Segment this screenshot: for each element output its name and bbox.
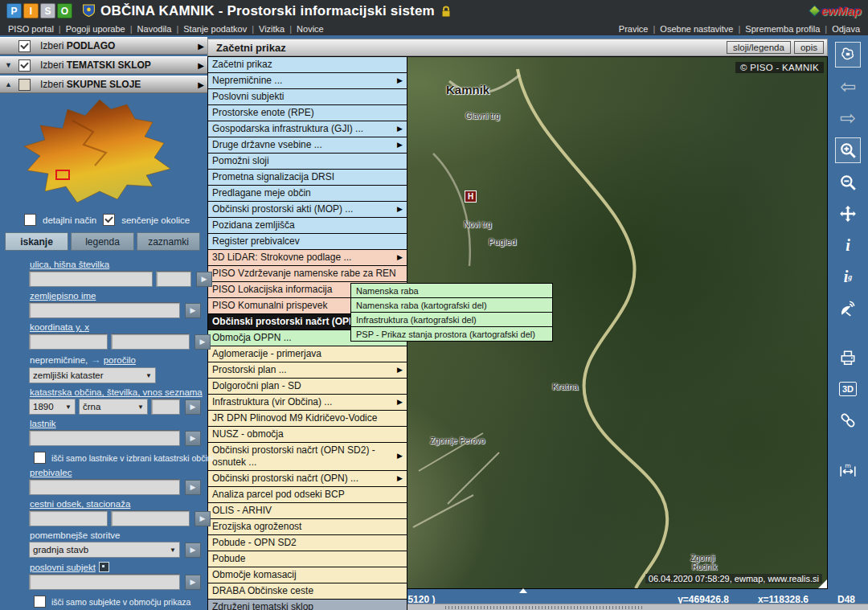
menu-item[interactable]: Poslovni subjekti [208,89,407,105]
menu-item[interactable]: 3D LiDAR: Strokovne podlage ...▶ [208,250,407,266]
menu-item[interactable]: Dolgoročni plan - SD [208,379,407,395]
gps-icon[interactable] [836,296,860,320]
nav-link[interactable]: Vizitka [259,24,285,34]
house-number-input[interactable] [156,271,191,287]
nav-link[interactable]: Sprememba profila [745,24,820,34]
menu-item[interactable]: Predlagane meje občin [208,186,407,202]
map-resize-corner[interactable] [818,579,827,588]
measure-icon[interactable]: m [836,458,860,482]
menu-item[interactable]: Občinski prostorski načrt (OPN SD2) - os… [208,443,407,471]
owner-search-button[interactable]: ▶ [185,431,201,446]
history-back-icon[interactable]: ⇦ [836,75,860,99]
menu-item[interactable]: OLIS - ARHIV [208,503,407,519]
nav-link[interactable]: Odjava [832,24,860,34]
menu-item[interactable]: Območje komasacij [208,567,407,583]
zoom-out-icon[interactable] [836,170,860,194]
menu-item[interactable]: Druge državne vsebine ...▶ [208,137,407,154]
menu-item[interactable]: Prostorske enote (RPE) [208,105,407,121]
cadastral-number-select[interactable]: 1890 ▼ [29,399,76,415]
menu-item[interactable]: Pobude [208,551,407,567]
municipality-overview-icon[interactable] [835,42,861,68]
nav-link[interactable]: Pogoji uporabe [66,24,125,34]
services-search-button[interactable]: ▶ [185,542,201,558]
sidebar-section-skupne-sloje[interactable]: ▲Izberi SKUPNE SLOJE▶ [0,76,207,93]
collapse-down-icon[interactable]: ▼ [3,61,14,69]
street-search-button[interactable]: ▶ [196,272,212,287]
menu-item[interactable]: Infrastruktura (vir Občina) ...▶ [208,395,407,411]
road-search-button[interactable]: ▶ [194,511,211,526]
placename-input[interactable] [29,302,180,318]
history-forward-icon[interactable]: ⇨ [836,106,860,130]
cadastral-name-select[interactable]: črna ▼ [79,399,148,415]
zoom-in-icon[interactable] [835,137,861,163]
sidebar-section-tematski-sklop[interactable]: ▼Izberi TEMATSKI SKLOP▶ [0,56,207,74]
menu-item[interactable]: JR DPN Plinovod M9 Kidričevo-Vodice [208,411,407,427]
menu-item[interactable]: Občinski prostorski načrt (OPN) ...▶ [208,471,407,487]
submenu-item[interactable]: Namenska raba (kartografski del) [351,298,552,313]
menu-item[interactable]: Združeni tematski sklop [208,600,407,610]
expand-arrow-icon[interactable]: ▶ [198,80,204,89]
menu-item[interactable]: NUSZ - območja [208,427,407,443]
resident-search-button[interactable]: ▶ [185,480,201,495]
submenu-item[interactable]: Namenska raba [351,284,552,298]
menu-item[interactable]: Začetni prikaz [208,57,407,73]
permalink-icon[interactable] [836,408,860,432]
coordinate-y-input[interactable] [29,334,108,350]
section-checkbox[interactable] [18,40,31,52]
tab-legenda[interactable]: legenda [71,232,134,251]
info-icon[interactable]: i [836,233,860,257]
group-info-icon[interactable]: ig [836,264,860,289]
owner-input[interactable] [29,430,180,446]
business-info-icon[interactable] [99,562,109,572]
menu-item[interactable]: Občinski prostorski akti (MOP) ...▶ [208,202,407,218]
parcel-number-input[interactable] [151,399,180,415]
menu-item[interactable]: Prostorski plan ...▶ [208,362,407,379]
submenu-item[interactable]: PSP - Prikaz stanja prostora (kartografs… [351,327,552,342]
cadastre-type-select[interactable]: zemljiški kataster ▼ [29,367,156,383]
menu-item[interactable]: Erozijska ogroženost [208,519,407,535]
view-3d-icon[interactable]: 3D [836,377,860,401]
menu-item[interactable]: Pobude - OPN SD2 [208,535,407,551]
sidebar-section-podlago[interactable]: Izberi PODLAGO▶ [0,37,207,55]
pan-icon[interactable] [836,202,860,226]
menu-item[interactable]: Analiza parcel pod odseki BCP [208,487,407,503]
business-filter-checkbox[interactable] [34,596,46,608]
municipality-3d-overview[interactable] [0,96,207,211]
business-input[interactable] [29,574,180,590]
expand-arrow-icon[interactable]: ▶ [198,61,204,70]
parcel-search-button[interactable]: ▶ [185,399,201,415]
tab-iskanje[interactable]: iskanje [5,232,68,251]
coordinate-search-button[interactable]: ▶ [194,334,211,350]
menu-item[interactable]: Gospodarska infrastruktura (GJI) ...▶ [208,121,407,137]
street-input[interactable] [29,271,153,287]
menu-item[interactable]: Nepremičnine ...▶ [208,73,407,89]
option-checkbox[interactable] [103,214,115,226]
description-button[interactable]: opis [794,41,824,54]
nav-link[interactable]: Pravice [619,24,649,34]
business-search-button[interactable]: ▶ [185,575,201,590]
road-section-input[interactable] [29,510,108,526]
nav-link[interactable]: Novice [297,24,324,34]
services-select[interactable]: gradnja stavb ▼ [29,542,180,558]
ewmap-logo[interactable]: ewMap [810,4,862,18]
piso-logo[interactable]: PISO [6,3,72,18]
menu-item[interactable]: DRABA Občinske ceste [208,583,407,600]
nav-link[interactable]: Navodila [137,24,172,34]
resident-input[interactable] [29,479,180,495]
menu-item[interactable]: PISO Vzdrževanje namenske rabe za REN [208,266,407,282]
menu-item[interactable]: Pomožni sloji [208,154,407,170]
statusbar-collapse-handle[interactable] [519,588,527,593]
section-checkbox[interactable] [18,79,31,91]
submenu-item[interactable]: Infrastruktura (kartografski del) [351,313,552,327]
menu-item[interactable]: Register prebivalcev [208,234,407,250]
section-checkbox[interactable] [18,59,31,72]
coordinate-x-input[interactable] [111,334,190,350]
menu-item[interactable]: Aglomeracije - primerjava [208,346,407,362]
owner-filter-checkbox[interactable] [34,452,46,464]
option-checkbox[interactable] [24,214,36,226]
nav-link[interactable]: Stanje podatkov [183,24,247,34]
collapse-up-icon[interactable]: ▲ [3,80,14,88]
road-station-input[interactable] [111,510,190,526]
nav-link[interactable]: PISO portal [8,24,54,34]
nav-link[interactable]: Osebne nastavitve [660,24,733,34]
